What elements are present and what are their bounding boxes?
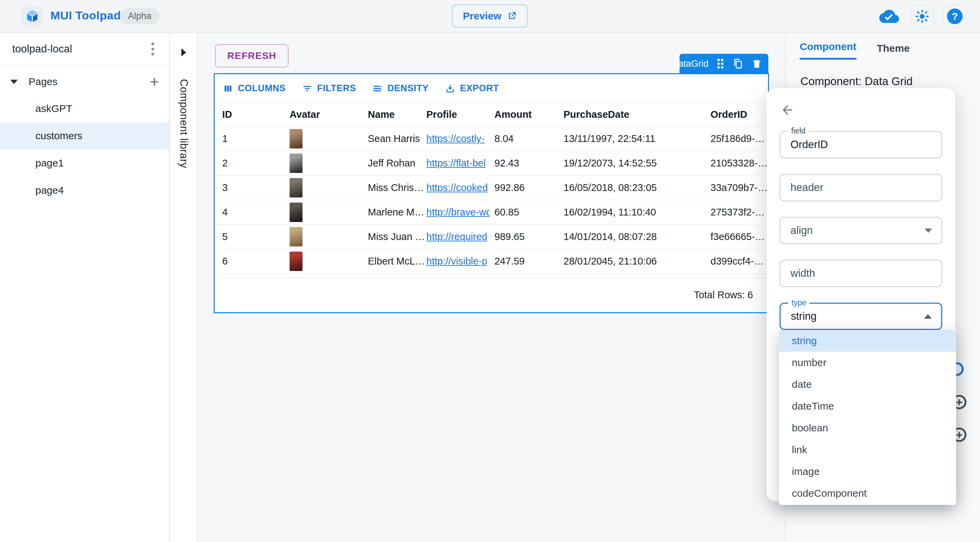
cell-avatar <box>290 227 368 247</box>
drag-handle-icon[interactable] <box>716 57 725 70</box>
cell-profile: http://visible-p <box>426 256 495 267</box>
menu-item-codecomponent[interactable]: codeComponent <box>779 482 956 504</box>
field-input-label: field <box>788 126 809 136</box>
profile-link[interactable]: http://brave-wo <box>426 207 490 218</box>
avatar <box>290 252 302 271</box>
duplicate-component-icon[interactable] <box>732 58 744 69</box>
sidebar-item-page1[interactable]: page1 <box>0 150 169 177</box>
menu-item-string[interactable]: string <box>779 330 956 352</box>
header-input[interactable]: header <box>780 174 942 201</box>
align-select[interactable]: align <box>780 217 942 244</box>
field-input-value: OrderID <box>791 139 828 151</box>
column-header-orderid[interactable]: OrderID <box>711 109 768 120</box>
menu-item-number[interactable]: number <box>779 352 956 373</box>
tab-theme[interactable]: Theme <box>877 43 910 60</box>
cell-purchasedate: 28/01/2045, 21:10:06 <box>563 256 711 267</box>
collapse-pages-icon[interactable] <box>10 80 18 84</box>
cell-amount: 8.04 <box>495 133 563 144</box>
column-header-purchasedate[interactable]: PurchaseDate <box>563 109 711 120</box>
column-header-id[interactable]: ID <box>222 109 290 120</box>
project-menu-button[interactable] <box>149 40 157 58</box>
density-button-label: DENSITY <box>387 83 428 94</box>
column-header-profile[interactable]: Profile <box>426 109 495 120</box>
filters-button[interactable]: FILTERS <box>302 83 356 94</box>
cell-orderid: d399ccf4-… <box>711 256 768 267</box>
cell-profile: http://brave-wo <box>426 207 495 218</box>
sidebar-item-page4[interactable]: page4 <box>0 177 169 204</box>
columns-button[interactable]: COLUMNS <box>223 83 286 94</box>
selected-component-chip[interactable]: dataGrid <box>679 54 768 73</box>
cell-name: Jeff Rohan <box>368 158 426 169</box>
cell-orderid: 275373f2-… <box>711 207 768 218</box>
profile-link[interactable]: https://costly- <box>426 133 490 144</box>
avatar <box>290 153 302 173</box>
menu-item-date[interactable]: date <box>779 373 956 395</box>
grid-footer: Total Rows: 6 <box>215 277 768 312</box>
project-row: toolpad-local <box>0 33 169 65</box>
cell-avatar <box>290 178 368 198</box>
cell-orderid: 21053328-… <box>711 158 768 169</box>
type-dropdown-menu: string number date dateTime boolean link… <box>779 330 956 505</box>
theme-toggle-button[interactable] <box>911 5 934 28</box>
cell-name: Elbert McL… <box>368 256 426 267</box>
back-button[interactable] <box>780 102 795 118</box>
tab-component[interactable]: Component <box>800 41 856 60</box>
cell-id: 3 <box>222 182 290 193</box>
component-library-label: Component library <box>178 79 190 168</box>
cloud-done-icon[interactable] <box>877 5 901 28</box>
profile-link[interactable]: https://cooked <box>426 182 490 193</box>
type-select-label: type <box>788 298 810 308</box>
chevron-up-icon <box>924 314 932 319</box>
export-button[interactable]: EXPORT <box>445 83 499 94</box>
expand-component-library-icon[interactable] <box>181 48 186 56</box>
width-input[interactable]: width <box>780 260 942 287</box>
delete-component-icon[interactable] <box>751 58 762 69</box>
cell-name: Marlene M… <box>368 207 426 218</box>
help-button[interactable]: ? <box>943 5 966 28</box>
cell-amount: 92.43 <box>495 158 563 169</box>
cell-orderid: f3e66665-… <box>711 231 768 242</box>
table-row: 6 Elbert McL… http://visible-p 247.59 28… <box>215 249 768 274</box>
menu-item-datetime[interactable]: dateTime <box>779 395 956 417</box>
menu-item-boolean[interactable]: boolean <box>779 417 956 439</box>
type-select[interactable]: type string <box>780 303 942 330</box>
grid-empty-space <box>215 274 768 277</box>
sidebar-item-askgpt[interactable]: askGPT <box>0 95 169 122</box>
filters-button-label: FILTERS <box>317 83 356 94</box>
arrow-back-icon <box>780 103 795 117</box>
cell-amount: 992.86 <box>495 182 563 193</box>
column-header-avatar[interactable]: Avatar <box>290 109 368 120</box>
field-input[interactable]: field OrderID <box>780 131 942 158</box>
refresh-button[interactable]: REFRESH <box>215 44 288 67</box>
menu-item-image[interactable]: image <box>779 461 956 482</box>
align-select-placeholder: align <box>791 224 813 237</box>
project-name: toolpad-local <box>12 43 72 55</box>
export-button-label: EXPORT <box>460 83 499 94</box>
chevron-down-icon <box>924 228 932 233</box>
profile-link[interactable]: http://required <box>426 231 490 242</box>
table-row: 1 Sean Harris https://costly- 8.04 13/11… <box>215 127 768 151</box>
cell-id: 4 <box>222 207 290 218</box>
profile-link[interactable]: http://visible-p <box>426 256 490 267</box>
toolpad-logo-icon <box>21 5 43 27</box>
column-header-name[interactable]: Name <box>368 109 426 120</box>
app-title: MUI Toolpad <box>50 9 121 22</box>
add-page-button[interactable]: + <box>150 74 159 89</box>
profile-link[interactable]: https://flat-bel <box>426 158 490 169</box>
cell-amount: 60.85 <box>495 207 563 218</box>
download-icon <box>445 83 455 94</box>
preview-button[interactable]: Preview <box>452 5 528 27</box>
cell-name: Miss Juan … <box>368 231 426 242</box>
sidebar-item-customers[interactable]: customers <box>0 122 169 150</box>
column-header-amount[interactable]: Amount <box>495 109 563 120</box>
inspector-tabs: Component Theme <box>786 33 980 60</box>
data-grid-component[interactable]: COLUMNS FILTERS DENSITY <box>214 73 769 313</box>
menu-item-link[interactable]: link <box>779 439 956 461</box>
density-button[interactable]: DENSITY <box>372 83 428 94</box>
cell-avatar <box>290 153 368 173</box>
cell-purchasedate: 14/01/2014, 08:07:28 <box>563 231 711 242</box>
columns-button-label: COLUMNS <box>238 83 286 94</box>
light-mode-icon <box>915 9 929 24</box>
cell-id: 5 <box>222 231 290 242</box>
cell-id: 2 <box>222 158 290 169</box>
